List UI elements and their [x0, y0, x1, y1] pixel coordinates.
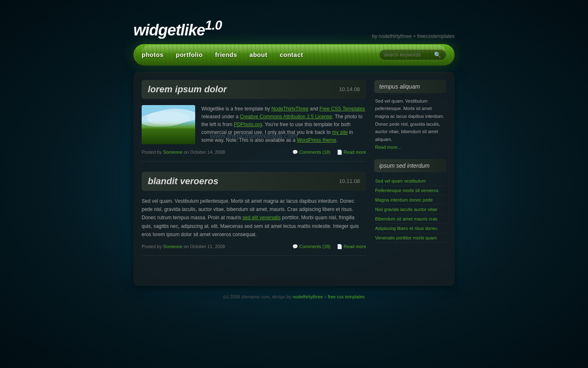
list-item: Pellentesque morbi sit veroeros: [375, 186, 446, 195]
sidebar-section-tempus: tempus aliquam Sed vel quam. Vestibulum …: [374, 80, 446, 151]
post-1-meta: Posted by Someone on October 14, 2008 💬 …: [142, 150, 366, 155]
nav-photos[interactable]: photos: [142, 51, 163, 58]
post-1-text: Widgetlike is a free template by NodeThi…: [201, 105, 366, 145]
sidebar: tempus aliquam Sed vel quam. Vestibulum …: [374, 80, 446, 278]
post-1-meta-right: 💬 Comments (18) 📄 Read more: [292, 150, 366, 155]
link-mysite[interactable]: my site: [332, 129, 348, 135]
post-2-title: blandit veroeros: [148, 176, 218, 187]
post-1-author-link[interactable]: Someone: [163, 150, 182, 155]
post-2-meta: Posted by Someone on October 11, 2008 💬 …: [142, 244, 366, 249]
post-2-header: blandit veroeros 10.11.08: [142, 172, 366, 191]
footer-link-nodethirtythree[interactable]: nodethirtythree: [293, 294, 323, 299]
post-1-header: lorem ipsum dolor 10.14.08: [142, 80, 366, 99]
post-1-title: lorem ipsum dolor: [148, 84, 227, 95]
sidebar-link-5[interactable]: Adipiscing libero et risus donec: [375, 224, 446, 233]
sidebar-links-list: Sed vel quam vestibulum Pellentesque mor…: [374, 176, 446, 243]
post-2: blandit veroeros 10.11.08 Sed vel quam. …: [142, 172, 366, 256]
sidebar-link-4[interactable]: Bibendum sit amet mauris cras: [375, 214, 446, 223]
link-wordpress[interactable]: WordPress theme: [297, 137, 336, 143]
list-item: Magna interdum donec pede: [375, 195, 446, 205]
post-2-read-more-link[interactable]: 📄 Read more: [337, 244, 366, 249]
post-2-author-link[interactable]: Someone: [163, 244, 182, 249]
post-1-comments-link[interactable]: 💬 Comments (18): [292, 150, 331, 155]
post-1-content: Widgetlike is a free template by NodeThi…: [142, 105, 366, 145]
link-pdphoto[interactable]: PDPhoto.org: [234, 122, 262, 127]
nav-contact[interactable]: contact: [280, 51, 303, 58]
nav-portfolio[interactable]: portfolio: [176, 51, 203, 58]
post-1-author-text: Posted by Someone on October 14, 2008: [142, 150, 225, 155]
footer-link-freecss[interactable]: free css templates: [328, 294, 364, 299]
site-logo: widgetlike1.0: [133, 18, 222, 39]
search-box: 🔍: [379, 49, 446, 60]
search-input[interactable]: [384, 52, 433, 58]
list-item: Venenatis porttitor morbi quam: [375, 233, 446, 243]
post-2-author-text: Posted by Someone on October 11, 2008: [142, 244, 225, 249]
post-2-meta-right: 💬 Comments (18) 📄 Read more: [292, 244, 366, 249]
sidebar-header-tempus: tempus aliquam: [374, 80, 446, 93]
sidebar-link-0[interactable]: Sed vel quam vestibulum: [375, 176, 446, 185]
search-button[interactable]: 🔍: [433, 52, 442, 58]
list-item: Sed vel quam vestibulum: [375, 176, 446, 186]
link-nodethirtythree[interactable]: NodeThirtyThree: [271, 106, 308, 112]
post-2-date: 10.11.08: [339, 178, 360, 184]
post-2-text: Sed vel quam. Vestibulum pellentesque. M…: [142, 197, 366, 239]
main-content: lorem ipsum dolor 10.14.08 Widgetlike is…: [142, 80, 366, 278]
sidebar-link-6[interactable]: Venenatis porttitor morbi quam: [375, 233, 446, 242]
site-credit: by nodethirtythree + freecsstemplates: [372, 33, 455, 39]
sidebar-text-tempus: Sed vel quam. Vestibulum pellentesque. M…: [374, 97, 446, 151]
list-item: Adipiscing libero et risus donec: [375, 224, 446, 233]
post-2-comments-link[interactable]: 💬 Comments (18): [292, 244, 331, 249]
footer: (c) 2008 sitename.com, design by nodethi…: [0, 286, 588, 303]
list-item: Bibendum sit amet mauris cras: [375, 214, 446, 224]
post-1: lorem ipsum dolor 10.14.08 Widgetlike is…: [142, 80, 366, 162]
sidebar-header-ipsum: ipsum sed interdum: [374, 159, 446, 172]
sidebar-section-ipsum: ipsum sed interdum Sed vel quam vestibul…: [374, 159, 446, 243]
post-1-date: 10.14.08: [339, 86, 360, 92]
sidebar-link-1[interactable]: Pellentesque morbi sit veroeros: [375, 186, 446, 195]
nav-about[interactable]: about: [250, 51, 267, 58]
sidebar-read-more-link[interactable]: Read more...: [375, 145, 401, 150]
post-1-read-more-link[interactable]: 📄 Read more: [337, 150, 366, 155]
link-freecss[interactable]: Free CSS Templates: [320, 106, 365, 112]
post-1-image: [142, 105, 195, 144]
sidebar-link-3[interactable]: Nisl gravida iaculis auctor vitae: [375, 205, 446, 214]
nav-friends[interactable]: friends: [215, 51, 237, 58]
sidebar-link-2[interactable]: Magna interdum donec pede: [375, 195, 446, 204]
link-sed-elit[interactable]: sed elit venenatis: [243, 215, 281, 220]
list-item: Nisl gravida iaculis auctor vitae: [375, 205, 446, 214]
link-cc[interactable]: Creative Commons Attribution 2.5 License: [240, 114, 332, 120]
